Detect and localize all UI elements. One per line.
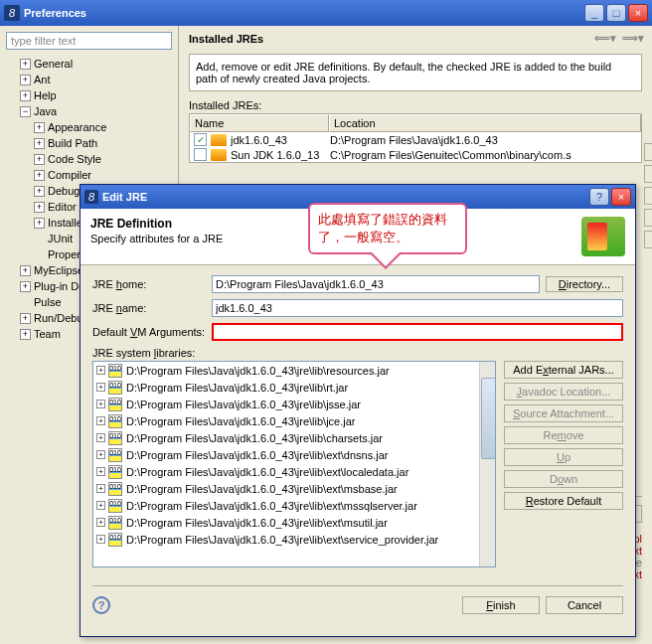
javadoc-button[interactable]: Javadoc Location... <box>504 383 623 401</box>
list-item[interactable]: +010D:\Program Files\Java\jdk1.6.0_43\jr… <box>93 396 495 412</box>
tree-item[interactable]: +General <box>6 56 172 72</box>
list-item[interactable]: +010D:\Program Files\Java\jdk1.6.0_43\jr… <box>93 362 495 379</box>
dialog-subheading: Specify attributes for a JRE <box>90 233 223 244</box>
col-location[interactable]: Location <box>329 114 641 132</box>
table-row[interactable]: ✓jdk1.6.0_43D:\Program Files\Java\jdk1.6… <box>190 132 641 147</box>
vm-args-label: Default VM Arguments: <box>92 326 212 338</box>
list-item[interactable]: +010D:\Program Files\Java\jdk1.6.0_43\jr… <box>93 379 495 396</box>
finish-button[interactable]: Finish <box>462 596 540 614</box>
dialog-help-icon[interactable]: ? <box>92 596 110 614</box>
prefs-titlebar: 8 Preferences _ □ × <box>0 0 652 26</box>
duplicate-button[interactable]: Duplicate <box>644 187 652 205</box>
lib-remove-button[interactable]: Remove <box>504 426 623 444</box>
jre-name-label: JRE name: <box>92 302 212 314</box>
list-item[interactable]: +010D:\Program Files\Java\jdk1.6.0_43\jr… <box>93 446 495 463</box>
up-button[interactable]: Up <box>504 448 623 466</box>
add-button[interactable]: Add... <box>644 143 652 161</box>
tree-item[interactable]: −Java <box>6 103 172 119</box>
filter-input[interactable] <box>6 32 172 50</box>
dialog-icon: 8 <box>84 190 98 204</box>
maximize-button[interactable]: □ <box>606 4 626 22</box>
scrollbar[interactable] <box>479 362 495 566</box>
table-row[interactable]: Sun JDK 1.6.0_13C:\Program Files\Genuite… <box>190 147 641 162</box>
dialog-cancel-button[interactable]: Cancel <box>546 596 623 614</box>
jre-home-label: JRE home: <box>92 278 212 290</box>
dialog-close-button[interactable]: × <box>611 188 631 206</box>
lib-list[interactable]: +010D:\Program Files\Java\jdk1.6.0_43\jr… <box>92 361 496 567</box>
list-item[interactable]: +010D:\Program Files\Java\jdk1.6.0_43\jr… <box>93 514 495 531</box>
close-button[interactable]: × <box>628 4 648 22</box>
annotation-callout: 此處填寫了錯誤的資料了，一般寫空。 <box>308 203 467 254</box>
dialog-heading: JRE Definition <box>90 217 223 231</box>
list-item[interactable]: +010D:\Program Files\Java\jdk1.6.0_43\jr… <box>93 429 495 446</box>
list-item[interactable]: +010D:\Program Files\Java\jdk1.6.0_43\jr… <box>93 463 495 480</box>
tree-item[interactable]: +Build Path <box>6 135 172 151</box>
tree-item[interactable]: +Compiler <box>6 167 172 183</box>
source-button[interactable]: Source Attachment... <box>504 404 623 422</box>
tree-item[interactable]: +Appearance <box>6 119 172 135</box>
remove-button[interactable]: Remove <box>644 209 652 227</box>
search-button[interactable]: Search... <box>644 231 652 248</box>
list-item[interactable]: +010D:\Program Files\Java\jdk1.6.0_43\jr… <box>93 497 495 514</box>
restore-button[interactable]: Restore Default <box>504 492 623 510</box>
list-item[interactable]: +010D:\Program Files\Java\jdk1.6.0_43\jr… <box>93 412 495 429</box>
prefs-title: Preferences <box>24 7 582 19</box>
tree-item[interactable]: +Help <box>6 87 172 103</box>
directory-button[interactable]: Directory... <box>546 276 623 292</box>
app-icon: 8 <box>4 5 20 21</box>
col-name[interactable]: Name <box>190 114 329 132</box>
jre-name-input[interactable] <box>212 299 623 317</box>
dialog-help-button[interactable]: ? <box>589 188 609 206</box>
add-jars-button[interactable]: Add External JARs... <box>504 361 623 379</box>
jre-table: Name Location ✓jdk1.6.0_43D:\Program Fil… <box>189 113 642 163</box>
tree-item[interactable]: +Code Style <box>6 151 172 167</box>
list-item[interactable]: +010D:\Program Files\Java\jdk1.6.0_43\jr… <box>93 531 495 548</box>
page-title: Installed JREs <box>189 33 263 45</box>
list-item[interactable]: +010D:\Program Files\Java\jdk1.6.0_43\jr… <box>93 480 495 497</box>
edit-button[interactable]: Edit... <box>644 165 652 183</box>
library-icon <box>581 217 625 256</box>
back-icon[interactable]: ⟸▾ <box>594 32 614 46</box>
fwd-icon[interactable]: ⟹▾ <box>622 32 642 46</box>
page-desc: Add, remove or edit JRE definitions. By … <box>189 54 642 91</box>
vm-args-input[interactable] <box>212 323 623 341</box>
down-button[interactable]: Down <box>504 470 623 488</box>
minimize-button[interactable]: _ <box>584 4 604 22</box>
table-label: Installed JREs: <box>189 99 261 111</box>
dialog-title: Edit JRE <box>102 191 587 203</box>
tree-item[interactable]: +Ant <box>6 72 172 87</box>
